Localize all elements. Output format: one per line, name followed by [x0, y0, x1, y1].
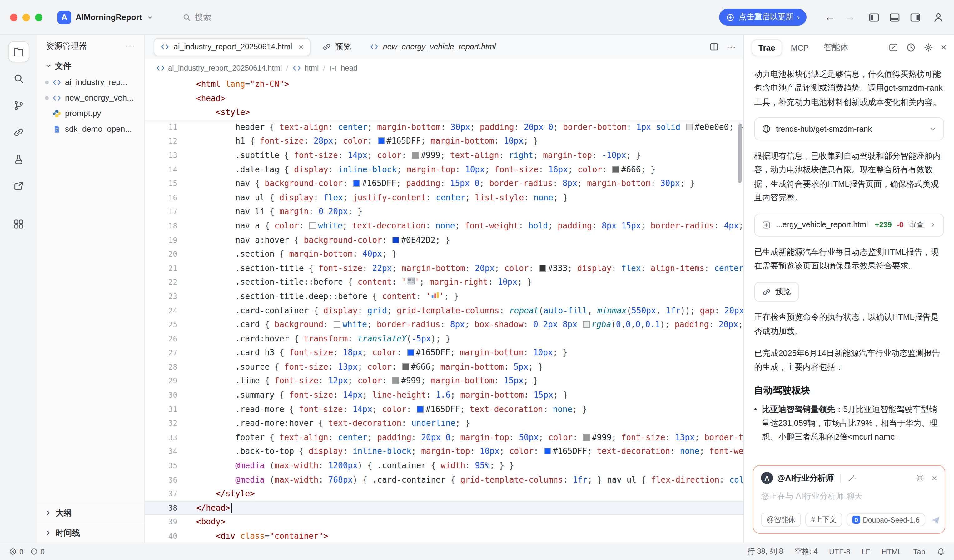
line-number[interactable]: 35: [145, 459, 178, 473]
close-window-button[interactable]: [10, 13, 17, 21]
project-switcher[interactable]: A AIMorningReport: [58, 10, 154, 24]
editor-tab[interactable]: 预览: [315, 38, 358, 56]
line-number[interactable]: 34: [145, 445, 178, 459]
tool-call-card[interactable]: trends-hub/get-smzdm-rank: [754, 117, 944, 140]
send-icon[interactable]: [930, 514, 941, 525]
code-line[interactable]: 28 .source { font-size: 13px; color: #66…: [145, 360, 744, 374]
close-tab-icon[interactable]: ×: [298, 42, 303, 51]
line-number[interactable]: 37: [145, 487, 178, 501]
code-line[interactable]: 22 .section-title::before { content: '';…: [145, 275, 744, 290]
tab-key-indicator[interactable]: Tab: [913, 547, 925, 556]
line-number[interactable]: 40: [145, 529, 178, 543]
panel-tab-trae[interactable]: Trae: [751, 39, 782, 56]
toggle-left-panel-icon[interactable]: [868, 12, 880, 23]
editor-tab[interactable]: ai_industry_report_20250614.html×: [154, 38, 310, 56]
line-number[interactable]: 12: [145, 135, 178, 149]
code-line[interactable]: 19 nav a:hover { background-color: #0E42…: [145, 233, 744, 247]
panel-tab-智能体[interactable]: 智能体: [817, 39, 854, 56]
gear-icon[interactable]: [915, 473, 924, 482]
line-number[interactable]: 19: [145, 233, 178, 247]
breadcrumb-item[interactable]: html: [293, 64, 319, 72]
code-line[interactable]: 14 .date-tag { display: inline-block; ma…: [145, 163, 744, 177]
line-number[interactable]: 39: [145, 515, 178, 529]
breadcrumb-item[interactable]: head: [330, 64, 357, 72]
line-number[interactable]: 26: [145, 332, 178, 346]
color-swatch[interactable]: [544, 448, 551, 455]
line-number[interactable]: 11: [145, 120, 178, 135]
line-number[interactable]: 28: [145, 360, 178, 374]
outline-section[interactable]: 大纲: [37, 502, 144, 523]
split-editor-icon[interactable]: [709, 42, 719, 52]
activity-remote[interactable]: [8, 122, 30, 143]
file-item[interactable]: prompt.py: [37, 106, 144, 121]
bell-icon[interactable]: [937, 547, 945, 556]
code-line[interactable]: 25 .card { background: white; border-rad…: [145, 318, 744, 332]
code-line[interactable]: 27 .card h3 { font-size: 18px; color: #1…: [145, 346, 744, 360]
close-icon[interactable]: ×: [932, 473, 937, 482]
activity-open-external[interactable]: [8, 176, 30, 197]
line-number[interactable]: 15: [145, 177, 178, 191]
review-button[interactable]: 审查: [909, 219, 924, 230]
chat-input-card[interactable]: A @AI行业分析师 × 您正在与 AI行业分析师 聊天 @智能体: [753, 465, 945, 534]
color-swatch[interactable]: [402, 363, 409, 370]
color-swatch[interactable]: [686, 124, 693, 131]
color-swatch[interactable]: [353, 180, 360, 187]
color-swatch[interactable]: [392, 236, 399, 243]
minimize-window-button[interactable]: [22, 13, 30, 21]
line-number[interactable]: 32: [145, 417, 178, 431]
file-change-card[interactable]: ...ergy_vehicle_report.html+239-0审查: [754, 213, 944, 236]
color-swatch[interactable]: [417, 406, 424, 412]
agent-chip[interactable]: @智能体: [761, 513, 801, 527]
file-item[interactable]: sdk_demo_open...: [37, 121, 144, 137]
code-line[interactable]: 31 .read-more { font-size: 14px; color: …: [145, 402, 744, 417]
timeline-section[interactable]: 时间线: [37, 523, 144, 543]
editor-tab[interactable]: new_energy_vehicle_report.html: [363, 38, 503, 56]
sticky-line[interactable]: <style>: [145, 106, 744, 120]
encoding[interactable]: UTF-8: [829, 547, 850, 556]
color-swatch[interactable]: [334, 321, 340, 328]
gear-icon[interactable]: [923, 42, 933, 53]
code-line[interactable]: 30 .summary { font-size: 14px; line-heig…: [145, 388, 744, 402]
editor-scrollbar[interactable]: [738, 124, 742, 183]
activity-explorer[interactable]: [8, 41, 30, 62]
code-line[interactable]: 12 h1 { font-size: 28px; color: #165DFF;…: [145, 135, 744, 149]
line-number[interactable]: 25: [145, 318, 178, 332]
code-line[interactable]: 33 footer { text-align: center; padding:…: [145, 431, 744, 445]
line-number[interactable]: 23: [145, 290, 178, 304]
line-number[interactable]: 17: [145, 205, 178, 219]
file-item[interactable]: new_energy_veh...: [37, 90, 144, 106]
line-number[interactable]: 16: [145, 191, 178, 205]
code-line[interactable]: 26 .card:hover { transform: translateY(-…: [145, 332, 744, 346]
line-number[interactable]: 36: [145, 473, 178, 487]
line-number[interactable]: 22: [145, 275, 178, 290]
line-number[interactable]: 30: [145, 388, 178, 402]
toggle-bottom-panel-icon[interactable]: [889, 12, 900, 23]
line-number[interactable]: 21: [145, 261, 178, 275]
line-number[interactable]: 14: [145, 163, 178, 177]
code-line[interactable]: 37 </style>: [145, 487, 744, 501]
color-swatch[interactable]: [613, 166, 619, 173]
line-number[interactable]: 18: [145, 219, 178, 233]
code-editor[interactable]: <html lang="zh-CN"><head> <style> 11 hea…: [145, 78, 744, 543]
activity-test[interactable]: [8, 149, 30, 170]
model-selector[interactable]: D Doubao-Seed-1.6: [846, 513, 925, 526]
color-swatch[interactable]: [539, 264, 546, 271]
code-line[interactable]: 16 nav ul { display: flex; justify-conte…: [145, 191, 744, 205]
global-search[interactable]: 搜索: [182, 12, 211, 23]
toggle-right-panel-icon[interactable]: [910, 12, 921, 23]
indentation[interactable]: 空格: 4: [794, 546, 818, 557]
line-number[interactable]: 33: [145, 431, 178, 445]
cursor-position[interactable]: 行 38, 列 8: [748, 546, 783, 557]
code-line[interactable]: 20 .section { margin-bottom: 40px; }: [145, 247, 744, 261]
code-line[interactable]: 11 header { text-align: center; margin-b…: [145, 120, 744, 135]
line-number[interactable]: 13: [145, 149, 178, 163]
maximize-window-button[interactable]: [35, 13, 42, 21]
restart-update-button[interactable]: 点击重启以更新 ›: [719, 9, 807, 26]
line-number[interactable]: 31: [145, 402, 178, 417]
history-icon[interactable]: [906, 42, 916, 53]
color-swatch[interactable]: [378, 138, 385, 145]
code-line[interactable]: 34 .back-to-top { display: inline-block;…: [145, 445, 744, 459]
activity-source-control[interactable]: [8, 95, 30, 116]
color-swatch[interactable]: [412, 152, 419, 159]
code-line[interactable]: 17 nav li { margin: 0 20px; }: [145, 205, 744, 219]
